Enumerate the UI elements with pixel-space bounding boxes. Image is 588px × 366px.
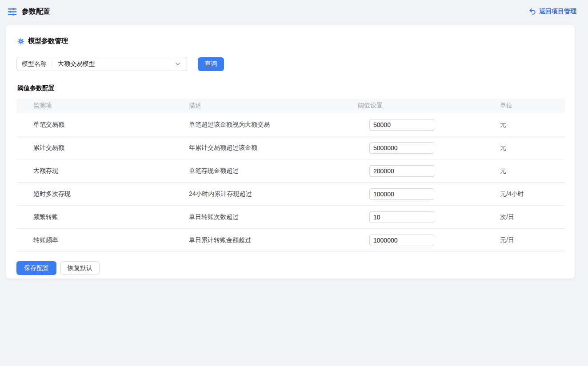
- table-row: 频繁转账 单日转账次数超过 次/日: [16, 206, 565, 229]
- row-unit: 元: [500, 144, 565, 152]
- threshold-input[interactable]: [369, 119, 434, 131]
- row-item: 频繁转账: [33, 213, 189, 221]
- row-desc: 单笔超过该金额视为大额交易: [189, 121, 358, 129]
- model-name-label: 模型名称: [17, 60, 52, 68]
- restore-defaults-button[interactable]: 恢复默认: [60, 261, 100, 275]
- column-header-unit: 单位: [500, 102, 565, 110]
- table-row: 大额存现 单笔存现金额超过 元: [16, 159, 565, 183]
- table-row: 累计交易额 年累计交易额超过该金额 元: [16, 136, 565, 159]
- threshold-table-title: 阈值参数配置: [17, 84, 564, 92]
- top-bar: 参数配置 返回项目管理: [0, 0, 588, 23]
- threshold-table: 监测项 描述 阈值设置 单位 单笔交易额 单笔超过该金额视为大额交易 元 累计交…: [16, 99, 565, 252]
- row-item: 单笔交易额: [33, 121, 189, 129]
- row-unit: 元/4小时: [500, 190, 565, 198]
- sliders-icon: [7, 7, 17, 17]
- row-item: 转账频率: [33, 236, 189, 244]
- row-item: 大额存现: [33, 167, 189, 175]
- row-desc: 单日累计转账金额超过: [189, 236, 358, 244]
- row-unit: 元: [500, 121, 565, 129]
- actions-row: 保存配置 恢复默认: [16, 261, 564, 275]
- table-header-row: 监测项 描述 阈值设置 单位: [16, 99, 565, 113]
- table-row: 单笔交易额 单笔超过该金额视为大额交易 元: [16, 113, 565, 136]
- filter-row: 模型名称 大额交易模型 查询: [16, 57, 564, 71]
- model-name-select[interactable]: 模型名称 大额交易模型: [16, 57, 187, 71]
- threshold-input[interactable]: [369, 235, 434, 246]
- column-header-threshold: 阈值设置: [358, 102, 500, 110]
- query-button[interactable]: 查询: [198, 57, 224, 71]
- row-unit: 元: [500, 167, 565, 175]
- row-desc: 单日转账次数超过: [189, 213, 358, 221]
- table-body: 单笔交易额 单笔超过该金额视为大额交易 元 累计交易额 年累计交易额超过该金额 …: [16, 113, 565, 252]
- threshold-input[interactable]: [369, 142, 434, 154]
- row-desc: 单笔存现金额超过: [189, 167, 358, 175]
- threshold-input[interactable]: [369, 211, 434, 223]
- column-header-desc: 描述: [189, 102, 358, 110]
- threshold-input[interactable]: [369, 188, 434, 200]
- row-item: 累计交易额: [33, 144, 189, 152]
- row-unit: 次/日: [500, 213, 565, 221]
- back-to-projects-link[interactable]: 返回项目管理: [529, 8, 576, 16]
- table-row: 短时多次存现 24小时内累计存现超过 元/4小时: [16, 183, 565, 206]
- gear-icon: [17, 38, 24, 45]
- row-desc: 年累计交易额超过该金额: [189, 144, 358, 152]
- row-desc: 24小时内累计存现超过: [189, 190, 358, 198]
- chevron-down-icon: [175, 61, 181, 67]
- page-title: 参数配置: [22, 7, 50, 16]
- threshold-input[interactable]: [369, 165, 434, 177]
- return-arrow-icon: [529, 8, 536, 15]
- model-name-value: 大额交易模型: [52, 60, 175, 68]
- table-row: 转账频率 单日累计转账金额超过 元/日: [16, 229, 565, 252]
- row-unit: 元/日: [500, 236, 565, 244]
- back-link-label: 返回项目管理: [539, 8, 576, 16]
- row-item: 短时多次存现: [33, 190, 189, 198]
- save-config-button[interactable]: 保存配置: [16, 261, 56, 275]
- model-params-card: 模型参数管理 模型名称 大额交易模型 查询 阈值参数配置 监测项 描述 阈值设置…: [6, 25, 575, 278]
- section-title: 模型参数管理: [28, 37, 68, 45]
- column-header-item: 监测项: [33, 102, 189, 110]
